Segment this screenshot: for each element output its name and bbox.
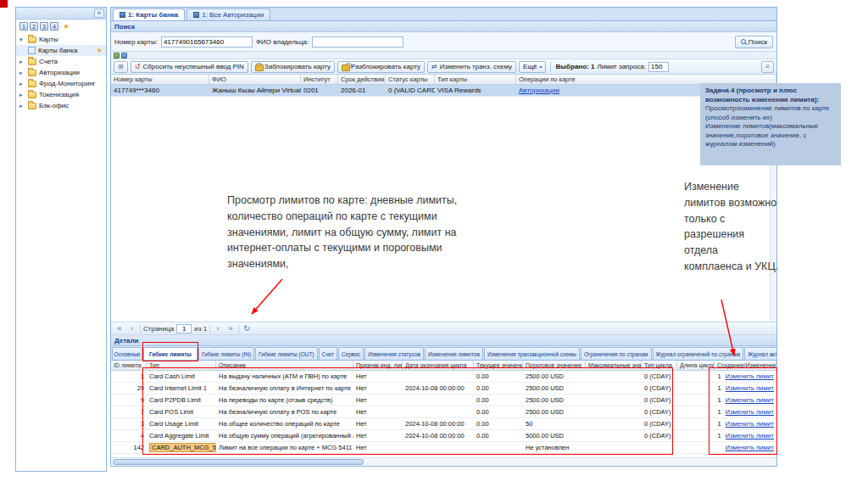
pager-button-2[interactable]: 2 [30,22,38,31]
column-header-individual-flag[interactable]: Признак инд. лимита [353,361,403,370]
limit-row[interactable]: 7 Card POS Limit На безналичную оплату в… [111,406,776,418]
pager-button-1[interactable]: 1 [19,22,28,31]
limit-row[interactable]: 3 Card Usage Limit На общее количество о… [111,418,776,430]
block-card-label: Заблокировать карту [264,63,331,70]
details-tab-account[interactable]: Счет [319,347,337,360]
authorizations-link[interactable]: Авторизации [519,87,559,94]
details-tab-limit-changes[interactable]: Изменения лимитов [425,347,483,360]
sidebar-item-authorizations[interactable]: ▸ Авторизации [16,67,106,78]
details-tab-flexible-limits[interactable]: Гибкие лимиты [143,347,198,360]
prev-page-icon[interactable]: ‹ [127,323,137,333]
sidebar-item-back-office[interactable]: ▸ Бэк-офис [16,100,106,111]
pager-button-3[interactable]: 3 [40,22,48,31]
limit-row[interactable]: 29 Card Internet Limit 1 На безналичную … [111,383,776,395]
column-header-card-type[interactable]: Тип карты [435,75,516,84]
unblock-card-button[interactable]: Разблокировать карту [337,61,425,73]
column-header-expiry[interactable]: Срок действия [338,75,386,84]
grid-settings-button[interactable]: ≡ [761,61,774,73]
page-number-input[interactable] [176,324,192,333]
sidebar-item-cards[interactable]: ▾ Карты [16,34,106,45]
column-header-create-change[interactable]: Создание/Изменение ... [715,361,776,370]
favorites-star-icon[interactable]: ★ [63,23,70,31]
favorite-star-icon[interactable]: ★ [97,48,103,54]
refresh-icon[interactable]: ↻ [242,323,252,333]
collapse-sidebar-button[interactable]: « [94,8,104,18]
edit-limit-link[interactable]: Изменить лимит [726,384,774,392]
chevron-right-icon[interactable]: ▸ [19,81,25,87]
column-header-type[interactable]: Тип [147,361,216,370]
tab-all-authorizations[interactable]: 1: Все Авторизации [186,8,270,20]
filter-icon[interactable] [121,53,127,59]
export-icon[interactable] [114,53,120,59]
sidebar-item-fraud-monitoring[interactable]: ▸ Фрод-Мониторинг [16,78,106,89]
details-tab-flexible-limits-in[interactable]: Гибкие лимиты (IN) [198,347,254,360]
paging-toolbar: « ‹ Страница из 1 › » ↻ [111,322,776,335]
edit-limit-link[interactable]: Изменить лимит [726,420,774,428]
edit-limit-link[interactable]: Изменить лимит [726,432,774,439]
cards-grid-header: Номер карты ФИО Институт Срок действия С… [111,75,776,85]
details-tab-scheme-changes[interactable]: Изменения транзакционной схемы [484,347,580,360]
sidebar-item-tokenization[interactable]: ▸ Токенизация [16,89,106,100]
search-panel-header[interactable]: Поиск [111,21,776,32]
limit-row[interactable]: 4 Card Aggregate Limit На общую сумму оп… [111,430,776,442]
limit-action-cell: 1 Изменить лимит [715,418,776,429]
column-header-max-value[interactable]: Максимальные зна... [586,361,642,370]
next-page-icon[interactable]: › [213,323,223,333]
card-row[interactable]: 417749***3460 Жаныш Кызы Айпери Virtual … [111,85,776,97]
sidebar-item-accounts[interactable]: ▸ Счета [16,56,106,67]
details-tab-flexible-limits-out[interactable]: Гибкие лимиты (OUT) [255,347,317,360]
details-tab-active-accounts-log[interactable]: Журнал активных счетов [744,347,776,360]
details-tab-country-restrictions[interactable]: Ограничения по странам [581,347,652,360]
sidebar-item-bank-cards[interactable]: Карты банка ★ [16,45,106,56]
more-button[interactable]: Ещё ▾ [519,61,546,73]
details-panel-header[interactable]: Детали [111,335,776,346]
chevron-down-icon[interactable]: ▾ [19,36,25,42]
column-header-card-number[interactable]: Номер карты [111,75,209,84]
column-header-limit-id[interactable]: ID лимита [111,361,147,370]
task-annotation-box: Задача 4 (просмотр и плюс возможность из… [700,83,841,165]
limit-ind-cell: Нет [353,383,403,394]
column-header-description[interactable]: Описание [216,361,353,370]
folder-icon [28,92,36,98]
column-header-cycle-length[interactable]: Длина цикла [677,361,715,370]
edit-limit-link[interactable]: Изменить лимит [726,396,774,404]
last-page-icon[interactable]: » [225,323,236,333]
details-tab-main[interactable]: Основные [112,347,142,360]
details-tab-country-restrictions-log[interactable]: Журнал ограничений по странам [653,347,744,360]
tab-bank-cards[interactable]: 1: Карты банка [113,8,185,20]
block-card-button[interactable]: Заблокировать карту [251,61,335,73]
limit-row[interactable]: 9 Card P2PDB Limit На переводы по карте … [111,395,776,406]
scrollbar-thumb[interactable] [113,459,364,465]
details-tab-service[interactable]: Сервис [338,347,364,360]
column-header-status[interactable]: Статус карты [386,75,435,84]
exchange-icon: ⇄ [431,64,437,70]
limit-row[interactable]: 1 Card Cash Limit На выдачу наличных (АТ… [111,371,776,383]
edit-limit-link[interactable]: Изменить лимит [726,408,774,416]
first-page-icon[interactable]: « [114,323,125,333]
card-number-input[interactable] [161,36,253,48]
search-button[interactable]: Поиск [735,36,773,48]
pager-button-4[interactable]: 4 [50,22,58,31]
chevron-right-icon[interactable]: ▸ [19,92,25,98]
details-tab-status-changes[interactable]: Изменения статусов [364,347,424,360]
request-limit-input[interactable] [648,62,669,72]
column-header-cycle-end[interactable]: Дата окончания цикла [403,361,474,370]
fit-columns-button[interactable]: ⊞ [114,61,128,73]
owner-name-input[interactable] [312,36,403,48]
column-header-institute[interactable]: Институт [301,75,338,84]
edit-limit-link[interactable]: Изменить лимит [726,372,774,380]
chevron-right-icon[interactable]: ▸ [19,103,25,109]
edit-limit-link[interactable]: Изменить лимит [726,444,774,451]
reset-pin-button[interactable]: ↺ Сбросить неуспешный ввод PIN [131,61,248,73]
column-header-current-value[interactable]: Текущее значение [474,361,523,370]
chevron-right-icon[interactable]: ▸ [19,70,25,76]
column-header-cycle-type[interactable]: Тип цикла [642,361,677,370]
chevron-right-icon[interactable]: ▸ [19,59,25,64]
column-header-name[interactable]: ФИО [209,75,301,84]
change-scheme-button[interactable]: ⇄ Изменить транз. схему [427,61,516,73]
column-header-threshold[interactable]: Пороговое значение [523,361,586,370]
page-label: Страница [143,325,174,333]
details-hscrollbar[interactable] [111,457,776,466]
limit-row[interactable]: 142 CARD_AUTH_MCG_541... Лимит на все оп… [111,442,776,454]
limit-type-cell: Card P2PDB Limit [147,395,216,406]
